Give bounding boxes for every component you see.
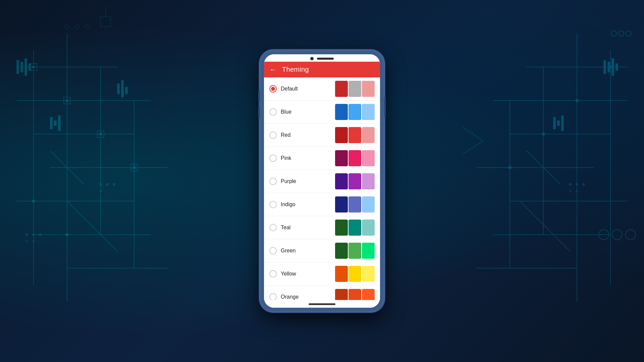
svg-rect-79 (101, 17, 111, 27)
theme-row-green[interactable]: Green (264, 239, 380, 262)
swatch-green-1 (348, 243, 361, 259)
svg-point-16 (66, 99, 68, 102)
svg-rect-25 (50, 117, 52, 129)
swatch-red-1 (348, 127, 361, 143)
svg-rect-59 (612, 59, 614, 75)
swatches-red (335, 127, 375, 143)
back-button[interactable]: ← (269, 66, 277, 73)
swatch-purple-2 (362, 173, 375, 189)
svg-rect-57 (604, 60, 606, 74)
svg-point-36 (26, 240, 28, 242)
svg-point-54 (576, 99, 578, 102)
power-button (384, 97, 386, 117)
swatch-purple-0 (335, 173, 348, 189)
radio-yellow[interactable] (269, 270, 277, 278)
svg-point-83 (85, 25, 89, 29)
svg-point-56 (508, 166, 511, 169)
swatch-pink-2 (362, 150, 375, 166)
svg-point-72 (611, 31, 616, 36)
radio-indigo[interactable] (269, 201, 277, 208)
svg-point-35 (39, 234, 41, 236)
radio-purple[interactable] (269, 178, 277, 185)
earpiece-speaker (317, 58, 334, 60)
theme-row-default[interactable]: Default (264, 77, 380, 101)
svg-rect-26 (54, 121, 56, 126)
svg-point-38 (100, 183, 102, 185)
app-header: ← Theming (264, 62, 380, 77)
swatches-teal (335, 220, 375, 236)
svg-rect-58 (608, 62, 610, 72)
theme-row-red[interactable]: Red (264, 124, 380, 147)
svg-rect-62 (557, 121, 559, 126)
svg-point-68 (576, 190, 578, 192)
theme-label-purple: Purple (281, 178, 331, 184)
phone-bottom-bar (264, 300, 380, 308)
svg-point-37 (33, 240, 35, 242)
front-camera (310, 57, 314, 60)
phone-side-buttons-left (258, 90, 260, 118)
svg-point-64 (569, 183, 571, 185)
radio-orange[interactable] (269, 293, 277, 300)
radio-blue[interactable] (269, 108, 277, 116)
theme-row-teal[interactable]: Teal (264, 216, 380, 239)
svg-point-40 (113, 183, 115, 185)
svg-rect-23 (25, 59, 27, 75)
svg-line-32 (67, 201, 117, 251)
swatch-indigo-0 (335, 196, 348, 213)
theme-label-default: Default (281, 86, 331, 92)
svg-point-66 (583, 183, 585, 185)
theme-label-indigo: Indigo (281, 201, 331, 207)
swatch-green-0 (335, 243, 348, 259)
theme-label-red: Red (281, 132, 331, 138)
app-title: Theming (282, 66, 309, 73)
swatch-blue-1 (348, 104, 361, 120)
svg-point-73 (619, 31, 624, 36)
svg-rect-29 (121, 80, 123, 97)
theme-row-indigo[interactable]: Indigo (264, 193, 380, 216)
phone-top-bar (264, 54, 380, 62)
svg-point-34 (33, 234, 35, 236)
swatch-orange-1 (348, 289, 361, 300)
swatch-teal-0 (335, 220, 348, 236)
swatch-yellow-2 (362, 266, 375, 282)
swatch-teal-1 (348, 220, 361, 236)
swatch-red-2 (362, 127, 375, 143)
svg-line-77 (463, 127, 483, 141)
home-bar (309, 303, 335, 305)
svg-point-55 (542, 133, 545, 135)
phone-frame: ← Theming DefaultBlueRedPinkPurpleIndigo… (260, 50, 384, 312)
radio-green[interactable] (269, 247, 277, 254)
svg-rect-27 (58, 116, 60, 131)
svg-point-70 (612, 230, 622, 240)
svg-point-71 (626, 230, 636, 240)
theme-label-yellow: Yellow (281, 271, 331, 277)
svg-point-41 (100, 190, 102, 192)
svg-point-82 (75, 25, 79, 29)
svg-rect-21 (17, 60, 19, 74)
svg-rect-28 (117, 84, 119, 94)
theme-row-purple[interactable]: Purple (264, 170, 380, 193)
swatch-indigo-2 (362, 196, 375, 213)
svg-point-67 (569, 190, 571, 192)
svg-rect-61 (553, 117, 555, 129)
theme-row-yellow[interactable]: Yellow (264, 262, 380, 286)
radio-teal[interactable] (269, 224, 277, 231)
theme-row-pink[interactable]: Pink (264, 147, 380, 170)
radio-pink[interactable] (269, 155, 277, 162)
swatch-orange-0 (335, 289, 348, 300)
theme-row-orange[interactable]: Orange (264, 286, 380, 300)
svg-line-78 (463, 141, 483, 154)
svg-point-65 (576, 183, 578, 185)
theme-label-green: Green (281, 248, 331, 254)
swatch-orange-2 (362, 289, 375, 300)
svg-point-33 (26, 234, 28, 236)
theme-list[interactable]: DefaultBlueRedPinkPurpleIndigoTealGreenY… (264, 77, 380, 300)
radio-red[interactable] (269, 131, 277, 139)
swatch-purple-1 (348, 173, 361, 189)
swatch-blue-0 (335, 104, 348, 120)
phone-side-buttons-right (384, 97, 386, 117)
radio-default[interactable] (269, 85, 277, 93)
theme-row-blue[interactable]: Blue (264, 101, 380, 124)
swatch-yellow-1 (348, 266, 361, 282)
swatches-purple (335, 173, 375, 189)
